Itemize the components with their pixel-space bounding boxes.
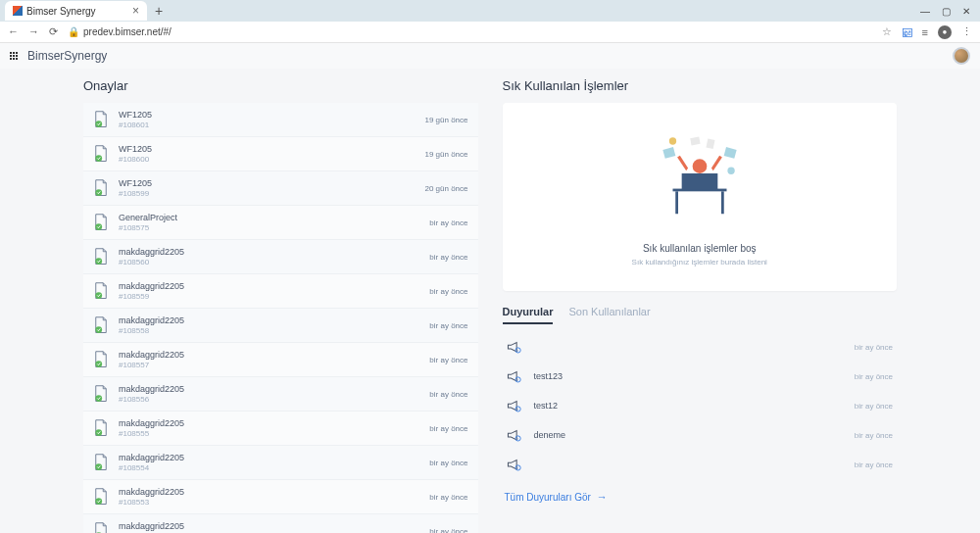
svg-rect-17 [681,173,717,189]
approval-name: makdaggrid2205 [119,315,184,325]
empty-subtitle: Sık kullandığınız işlemler burada listen… [522,258,878,266]
bookmark-icon[interactable]: ☆ [882,25,892,38]
document-icon [93,454,109,471]
document-icon [93,385,109,403]
approval-item[interactable]: makdaggrid2205 #108558 bir ay önce [83,309,478,343]
svg-rect-16 [721,191,724,214]
approval-time: bir ay önce [429,287,467,296]
svg-rect-24 [706,139,714,149]
document-icon [93,488,109,506]
approval-time: bir ay önce [429,253,467,262]
address-field[interactable]: 🔒 predev.bimser.net/#/ [68,26,172,37]
nav-icons: ← → ⟳ [8,25,58,38]
approval-info: makdaggrid2205 #108557 [119,350,184,369]
approval-id: #108560 [119,258,184,266]
announcement-time: bir ay önce [855,343,893,352]
browser-tab[interactable]: Bimser Synergy × [5,1,147,21]
minimize-icon[interactable]: — [920,6,930,17]
announcement-item[interactable]: i test123 bir ay önce [503,362,898,391]
approval-name: WF1205 [119,178,152,188]
all-announcements-link[interactable]: Tüm Duyuruları Gör → [503,491,898,503]
approval-name: makdaggrid2205 [119,247,184,257]
approval-time: bir ay önce [429,459,467,467]
approval-item[interactable]: makdaggrid2205 #108553 bir ay önce [83,480,478,514]
address-bar: ← → ⟳ 🔒 predev.bimser.net/#/ ☆ 🗟 ≡ ● ⋮ [0,22,980,43]
extensions-icon[interactable]: ≡ [922,26,928,38]
approval-item[interactable]: makdaggrid2205 #108557 bir ay önce [83,343,478,377]
approval-info: makdaggrid2205 #108553 [119,487,184,507]
approval-info: WF1205 #108601 [119,110,152,129]
approval-info: WF1205 #108599 [119,178,152,198]
svg-point-21 [669,137,676,144]
approval-time: bir ay önce [429,356,467,364]
approvals-title: Onaylar [83,78,478,93]
approval-item[interactable]: WF1205 #108599 20 gün önce [83,171,478,206]
footer-text: Tüm Duyuruları Gör [505,492,591,503]
app-menu-icon[interactable] [10,52,18,60]
app-title: BimserSynergy [27,49,107,63]
announcement-item[interactable]: i bir ay önce [503,450,898,479]
approval-name: makdaggrid2205 [119,521,184,531]
approval-item[interactable]: WF1205 #108601 19 gün önce [83,103,478,137]
approval-info: GeneralProject #108575 [119,213,177,232]
approval-time: 19 gün önce [424,116,467,124]
approval-name: makdaggrid2205 [119,487,184,497]
tab-announcements[interactable]: Duyurular [503,306,554,324]
approval-time: bir ay önce [429,527,467,534]
approval-item[interactable]: makdaggrid2205 #108560 bir ay önce [83,240,478,274]
approval-item[interactable]: WF1205 #108600 19 gün önce [83,137,478,171]
approval-time: bir ay önce [429,424,467,433]
announcement-item[interactable]: i bir ay önce [503,332,898,362]
new-tab-icon[interactable]: + [155,3,163,19]
approval-item[interactable]: makdaggrid2205 #108554 bir ay önce [83,446,478,480]
approval-id: #108554 [119,463,184,472]
approval-item[interactable]: makdaggrid2205 #108556 bir ay önce [83,377,478,412]
reload-icon[interactable]: ⟳ [49,25,58,38]
tab-recent[interactable]: Son Kullanılanlar [568,306,650,324]
document-icon [93,214,109,231]
approval-time: bir ay önce [429,321,467,330]
forward-icon[interactable]: → [28,25,39,38]
svg-text:i: i [517,378,518,382]
close-window-icon[interactable]: ✕ [962,6,970,17]
approval-item[interactable]: makdaggrid2205 #108559 bir ay önce [83,274,478,309]
document-icon [93,316,109,334]
approval-info: makdaggrid2205 #108560 [119,247,184,266]
svg-point-22 [727,168,734,174]
approval-time: bir ay önce [429,218,467,227]
document-icon [93,419,109,437]
main-content: Onaylar WF1205 #108601 19 gün önce WF120… [0,69,980,533]
app-header: BimserSynergy [0,43,980,69]
approval-id: #108599 [119,189,152,198]
tabs: Duyurular Son Kullanılanlar [503,306,898,324]
translate-icon[interactable]: 🗟 [902,26,912,38]
document-icon [93,522,109,533]
approvals-list: WF1205 #108601 19 gün önce WF1205 #10860… [83,103,478,533]
maximize-icon[interactable]: ▢ [942,6,951,17]
approval-name: WF1205 [119,144,152,154]
announcement-item[interactable]: i deneme bir ay önce [503,420,898,450]
approval-id: #108575 [119,223,177,232]
announcement-time: bir ay önce [855,460,893,469]
browser-profile-icon[interactable]: ● [938,25,952,39]
announcement-item[interactable]: i test12 bir ay önce [503,391,898,420]
announcement-time: bir ay önce [855,372,893,381]
tab-close-icon[interactable]: × [132,4,139,18]
approval-item[interactable]: makdaggrid2205 #108552 bir ay önce [83,514,478,533]
approval-item[interactable]: GeneralProject #108575 bir ay önce [83,206,478,240]
approval-info: makdaggrid2205 #108556 [119,384,184,404]
megaphone-icon: i [507,369,522,383]
approval-name: makdaggrid2205 [119,453,184,462]
document-icon [93,351,109,368]
approval-info: makdaggrid2205 #108554 [119,453,184,472]
svg-text:i: i [517,408,518,412]
user-avatar[interactable] [953,47,970,65]
browser-menu-icon[interactable]: ⋮ [961,25,972,38]
lock-icon: 🔒 [68,26,79,37]
megaphone-icon: i [507,428,522,442]
back-icon[interactable]: ← [8,25,19,38]
document-icon [93,179,109,197]
approval-item[interactable]: makdaggrid2205 #108555 bir ay önce [83,412,478,446]
approval-name: makdaggrid2205 [119,384,184,394]
approval-time: 20 gün önce [424,184,467,193]
